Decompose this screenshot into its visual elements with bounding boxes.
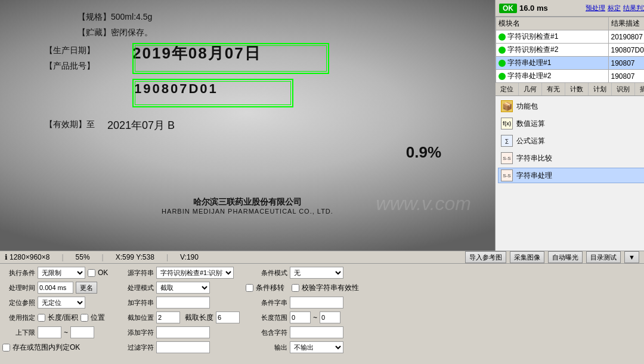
left-column: 执行条件 无限制 OK 处理时间 更名 定位参照 无定位 使用指定 — [2, 266, 110, 362]
tab-定位[interactable]: 定位 — [496, 83, 519, 95]
prod-label: 【产品批号】 — [45, 61, 95, 72]
cut-pos-label: 截加位置 — [112, 313, 154, 322]
locate-btn[interactable]: 标定 — [608, 4, 621, 13]
process-mode-select[interactable]: 截取 替换 删除 — [156, 282, 210, 294]
result-row-2[interactable]: 字符串处理#1 190807 — [496, 57, 645, 70]
detect-box-batch — [132, 79, 293, 107]
tool-item-0[interactable]: 📦功能包 — [498, 98, 644, 114]
preprocess-btn[interactable]: 预处理 — [586, 4, 605, 13]
exec-condition-row: 执行条件 无限制 OK — [2, 266, 110, 279]
length-range-max[interactable] — [320, 311, 340, 323]
source-string-label: 源字符串 — [112, 269, 154, 277]
process-time-input[interactable] — [38, 282, 73, 294]
position-label: 位置 — [91, 313, 105, 323]
output-row: 输出 不输出 输出 — [246, 341, 365, 354]
ok-badge: OK — [499, 4, 517, 13]
status-divider-1: | — [61, 253, 63, 261]
top-area: 【规格】500ml:4.5g 【贮藏】密闭保存。 【生产日期】 2019年08月… — [0, 0, 644, 251]
locate-ref-label: 定位参照 — [2, 298, 35, 307]
tool-item-4[interactable]: S-S字符串处理 — [498, 168, 644, 183]
source-string-select[interactable]: 字符识别检查#1:识别字符串 — [156, 267, 234, 279]
output-select[interactable]: 不输出 输出 — [290, 341, 343, 353]
result-value-2: 190807 — [608, 57, 644, 70]
result-name-3: 字符串处理#2 — [496, 70, 609, 83]
add-char-label: 加字符串 — [112, 298, 154, 307]
save-range-row: 存在或范围内判定OK — [2, 341, 110, 354]
add-char2-input[interactable] — [156, 326, 210, 338]
auto-exposure-btn[interactable]: 自动曝光 — [548, 251, 583, 263]
result-value-0: 20190807 — [608, 30, 644, 44]
right-top-bar: OK 16.0 ms 预处理 标定 结果判定 显示设置 — [496, 0, 644, 17]
mid-col-2: 条件模式 无 条件 条件移转 校验字符串有效性 条件字串 — [246, 266, 365, 362]
result-verify-btn[interactable]: 结果判定 — [623, 4, 644, 13]
rename-btn[interactable]: 更名 — [76, 282, 97, 294]
tool-icon-4: S-S — [501, 169, 513, 181]
status-dot-3 — [499, 73, 506, 80]
length-range-row: 长度范围 ~ — [246, 311, 365, 324]
exec-condition-select[interactable]: 无限制 — [38, 267, 85, 279]
results-table: 模块名 结果描述 字符识别检查#1 20190807 字符识别检查#2 1908… — [496, 17, 644, 83]
status-dot-1 — [499, 47, 506, 54]
length-range-label: 长度范围 — [246, 313, 287, 322]
length-range-min[interactable] — [290, 311, 311, 323]
ok-checkbox[interactable] — [88, 269, 95, 277]
condition-mode-label: 条件模式 — [246, 269, 287, 277]
condition-mode-select[interactable]: 无 条件 — [290, 267, 343, 279]
lower-limit-input[interactable] — [38, 326, 61, 338]
cut-pos-input[interactable] — [156, 311, 180, 323]
result-row-0[interactable]: 字符识别检查#1 20190807 — [496, 30, 645, 44]
info-icon: ℹ — [5, 253, 8, 261]
position-checkbox[interactable] — [80, 314, 88, 322]
time-value: 16.0 ms — [519, 4, 548, 13]
capture-btn[interactable]: 采集图像 — [510, 251, 544, 263]
tool-label-1: 数值运算 — [516, 119, 545, 129]
result-name-1: 字符识别检查#2 — [496, 44, 609, 57]
tool-label-0: 功能包 — [516, 101, 538, 112]
process-time-label: 处理时间 — [2, 283, 35, 292]
filter-string-input[interactable] — [156, 341, 210, 353]
dir-test-btn[interactable]: 目录测试 — [586, 251, 621, 263]
tab-插模[interactable]: 插模 — [635, 83, 644, 95]
detect-box-date-inner — [135, 45, 327, 72]
arrow-btn[interactable]: ▼ — [624, 251, 639, 263]
add-char-input[interactable] — [156, 297, 210, 309]
status-info-icon: ℹ 1280×960×8 — [5, 253, 49, 261]
import-ref-btn[interactable]: 导入参考图 — [465, 251, 506, 263]
condition-transfer-label: 条件移转 — [256, 283, 284, 293]
process-mode-label: 处理模式 — [112, 283, 154, 292]
tab-有无[interactable]: 有无 — [542, 83, 565, 95]
condition-transfer-row: 条件移转 校验字符串有效性 — [246, 281, 365, 294]
upper-limit-input[interactable] — [70, 326, 94, 338]
cut-length-input[interactable] — [216, 311, 240, 323]
tab-计划[interactable]: 计划 — [589, 83, 612, 95]
condition-mode-row: 条件模式 无 条件 — [246, 266, 365, 279]
result-row-3[interactable]: 字符串处理#2 190807 — [496, 70, 645, 83]
include-string-input[interactable] — [290, 326, 343, 338]
condition-string-input[interactable] — [290, 297, 343, 309]
controls-panel: 执行条件 无限制 OK 处理时间 更名 定位参照 无定位 使用指定 — [0, 264, 644, 364]
add-char-row: 加字符串 — [112, 296, 243, 309]
process-mode-row: 处理模式 截取 替换 删除 — [112, 281, 243, 294]
locate-ref-select[interactable]: 无定位 — [38, 297, 85, 309]
length-area-checkbox[interactable] — [38, 314, 45, 322]
tool-label-4: 字符串处理 — [516, 171, 552, 181]
right-panel: OK 16.0 ms 预处理 标定 结果判定 显示设置 模块名 结果描述 字符识… — [495, 0, 644, 251]
tabs-bar: 定位几何有无计数计划识别插模其它 — [496, 83, 644, 96]
tool-item-3[interactable]: S-S字符串比较 — [498, 150, 644, 166]
check-validity-label: 校验字符串有效性 — [302, 283, 359, 293]
tab-计数[interactable]: 计数 — [565, 83, 589, 95]
condition-transfer-checkbox[interactable] — [246, 284, 253, 292]
zoom-text: 55% — [76, 253, 90, 261]
right-tool-panel: 📦功能包f(x)数值运算∑公式运算S-S字符串比较S-S字符串处理 — [496, 96, 644, 251]
check-validity-checkbox[interactable] — [292, 284, 299, 292]
watermark: www.v.com — [376, 193, 471, 215]
locate-ref-row: 定位参照 无定位 — [2, 296, 110, 309]
tab-识别[interactable]: 识别 — [612, 83, 635, 95]
result-row-1[interactable]: 字符识别检查#2 190807D01 — [496, 44, 645, 57]
image-panel: 【规格】500ml:4.5g 【贮藏】密闭保存。 【生产日期】 2019年08月… — [0, 0, 495, 251]
tool-item-1[interactable]: f(x)数值运算 — [498, 116, 644, 131]
tab-几何[interactable]: 几何 — [519, 83, 542, 95]
tool-item-2[interactable]: ∑公式运算 — [498, 133, 644, 149]
use-fixed-row: 使用指定 长度/面积 位置 — [2, 311, 110, 324]
save-range-checkbox[interactable] — [2, 344, 10, 351]
